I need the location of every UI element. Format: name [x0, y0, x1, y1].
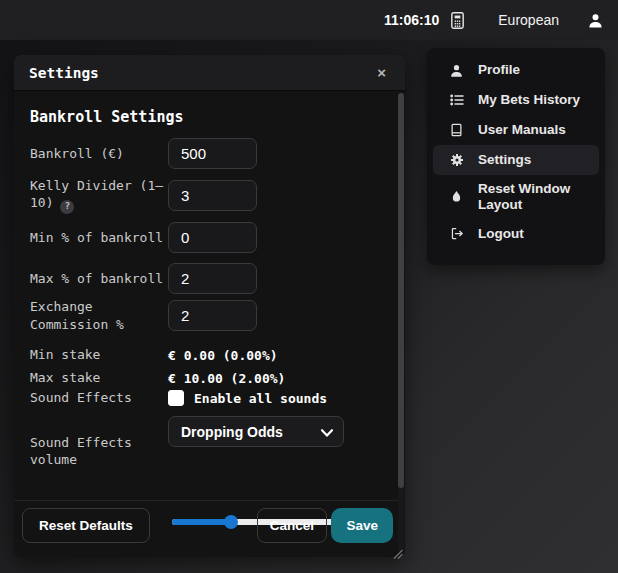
- footer-divider: [14, 500, 405, 501]
- min-stake-row: Min stake € 0.00 (0.00%): [30, 346, 387, 364]
- bankroll-label: Bankroll (€): [30, 145, 168, 162]
- sound-effects-label: Sound Effects: [30, 389, 168, 406]
- min-pct-label: Min % of bankroll: [30, 229, 168, 246]
- menu-item-settings[interactable]: Settings: [433, 145, 599, 175]
- menu-item-logout[interactable]: Logout: [433, 219, 599, 249]
- user-manuals-icon: [448, 122, 465, 138]
- calculator-icon[interactable]: [449, 11, 466, 30]
- save-button[interactable]: Save: [331, 508, 393, 543]
- dialog-title: Settings: [29, 65, 99, 81]
- odds-format-label[interactable]: European: [498, 12, 559, 28]
- exchange-commission-row: Exchange Commission %: [30, 300, 387, 331]
- section-title: Bankroll Settings: [30, 108, 184, 126]
- menu-item-label: Logout: [478, 226, 524, 242]
- enable-all-sounds-checkbox[interactable]: [168, 390, 184, 406]
- bankroll-row: Bankroll (€): [30, 138, 387, 169]
- min-pct-row: Min % of bankroll: [30, 222, 387, 253]
- menu-item-my-bets-history[interactable]: My Bets History: [433, 85, 599, 115]
- kelly-divider-input[interactable]: [168, 180, 257, 211]
- sound-effects-row: Sound Effects Enable all sounds: [30, 389, 387, 407]
- kelly-divider-label: Kelly Divider (1–10)?: [30, 177, 168, 214]
- cancel-button[interactable]: Cancel: [257, 508, 327, 543]
- min-stake-value: € 0.00 (0.00%): [168, 348, 278, 363]
- menu-item-label: Profile: [478, 62, 520, 78]
- max-pct-label: Max % of bankroll: [30, 270, 168, 287]
- exchange-commission-label: Exchange Commission %: [30, 298, 168, 332]
- kelly-divider-row: Kelly Divider (1–10)?: [30, 180, 387, 211]
- bets-history-icon: [448, 92, 465, 108]
- menu-item-profile[interactable]: Profile: [433, 55, 599, 85]
- max-stake-value: € 10.00 (2.00%): [168, 371, 285, 386]
- logout-icon: [448, 226, 465, 241]
- sound-effects-volume-label: Sound Effects volume: [30, 434, 168, 468]
- clock: 11:06:10: [384, 12, 439, 28]
- help-icon[interactable]: ?: [60, 200, 74, 214]
- profile-icon: [448, 63, 465, 78]
- enable-all-sounds-label: Enable all sounds: [194, 391, 327, 406]
- menu-item-label: Settings: [478, 152, 531, 168]
- slider-fill: [172, 519, 231, 525]
- reset-layout-icon: [448, 190, 465, 204]
- min-pct-input[interactable]: [168, 222, 257, 253]
- bankroll-input[interactable]: [168, 138, 257, 169]
- close-icon[interactable]: ×: [373, 63, 390, 82]
- max-stake-row: Max stake € 10.00 (2.00%): [30, 369, 387, 387]
- menu-item-label: Reset Window Layout: [478, 181, 589, 213]
- user-menu: Profile My Bets History User Manuals: [427, 48, 605, 265]
- volume-label-row: Sound Effects volume: [30, 434, 387, 466]
- menu-item-label: My Bets History: [478, 92, 580, 108]
- exchange-commission-input[interactable]: [168, 300, 257, 331]
- settings-dialog: Settings × Bankroll Settings Bankroll (€…: [14, 55, 405, 557]
- max-pct-input[interactable]: [168, 263, 257, 294]
- max-stake-label: Max stake: [30, 369, 168, 386]
- user-account-icon[interactable]: [587, 12, 604, 29]
- scrollbar-thumb[interactable]: [398, 93, 404, 488]
- dialog-scrollbar[interactable]: [398, 93, 404, 553]
- max-pct-row: Max % of bankroll: [30, 263, 387, 294]
- menu-item-reset-window-layout[interactable]: Reset Window Layout: [433, 175, 599, 219]
- slider-thumb[interactable]: [224, 515, 238, 529]
- modal-resize-handle[interactable]: [393, 545, 403, 555]
- menu-item-user-manuals[interactable]: User Manuals: [433, 115, 599, 145]
- menu-item-label: User Manuals: [478, 122, 566, 138]
- dialog-header: Settings ×: [14, 55, 405, 91]
- settings-gear-icon: [448, 152, 465, 168]
- min-stake-label: Min stake: [30, 346, 168, 363]
- top-bar: 11:06:10 European: [0, 0, 618, 40]
- reset-defaults-button[interactable]: Reset Defaults: [22, 508, 150, 543]
